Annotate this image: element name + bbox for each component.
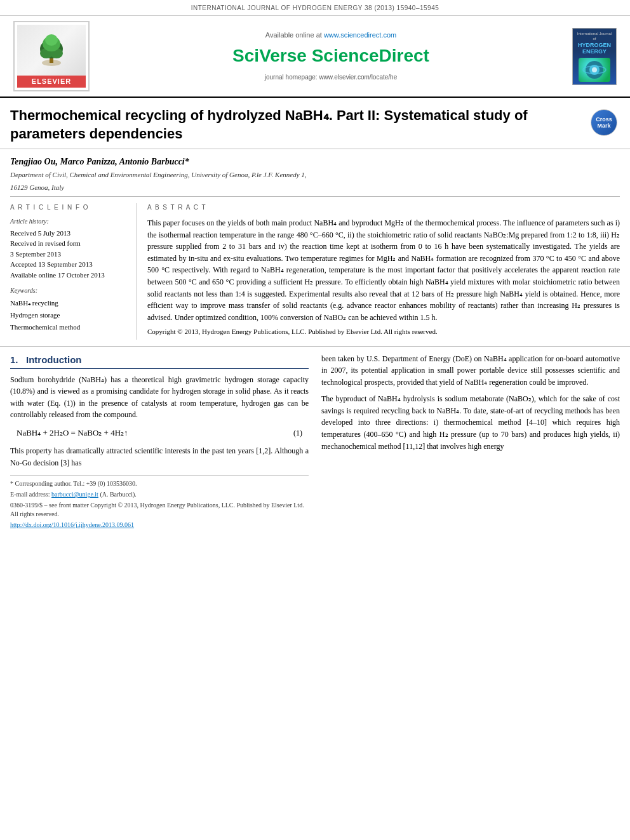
email-footnote: E-mail address: barbucci@unige.it (A. Ba…	[10, 490, 309, 499]
journal-header: ELSEVIER Available online at www.science…	[0, 16, 630, 98]
intro-para1: Sodium borohydride (NaBH₄) has a theoret…	[10, 374, 309, 421]
info-abstract-section: A R T I C L E I N F O Article history: R…	[0, 197, 630, 347]
crossmark-badge: CrossMark	[591, 109, 617, 136]
keyword-3: Thermochemical method	[10, 321, 126, 333]
affiliation-line1: Department of Civil, Chemical and Enviro…	[10, 170, 620, 180]
sciverse-sciencedirect-logo: SciVerse ScienceDirect	[232, 43, 429, 68]
article-history-group: Article history: Received 5 July 2013 Re…	[10, 217, 126, 281]
keyword-1: NaBH₄ recycling	[10, 297, 126, 309]
footnotes: * Corresponding author. Tel.: +39 (0) 10…	[10, 475, 309, 530]
available-online-text: Available online at www.sciencedirect.co…	[265, 30, 396, 40]
accepted-date: Accepted 13 September 2013	[10, 259, 126, 270]
sciencedirect-header: Available online at www.sciencedirect.co…	[99, 21, 563, 91]
email-link[interactable]: barbucci@unige.it	[51, 491, 98, 498]
svg-point-9	[592, 67, 597, 72]
section-number: 1.	[10, 354, 18, 365]
journal-cover-subtitle: HYDROGEN ENERGY	[575, 43, 613, 55]
svg-point-6	[45, 34, 58, 46]
sciencedirect-url[interactable]: www.sciencedirect.com	[324, 31, 396, 39]
revised-label: Received in revised form	[10, 238, 126, 249]
journal-cover-area: International Journal of HYDROGEN ENERGY	[569, 21, 620, 91]
journal-homepage: journal homepage: www.elsevier.com/locat…	[265, 73, 397, 82]
journal-cover-title: International Journal of	[575, 31, 613, 42]
doi-footnote: http://dx.doi.org/10.1016/j.ijhydene.201…	[10, 521, 309, 530]
abstract-body: This paper focuses on the yields of both…	[147, 217, 620, 323]
intro-section-title: 1. Introduction	[10, 353, 309, 369]
keyword-2: Hydrogen storage	[10, 309, 126, 321]
right-para1: been taken by U.S. Department of Energy …	[321, 353, 620, 389]
keywords-label: Keywords:	[10, 286, 126, 295]
elsevier-logo-box: ELSEVIER	[13, 21, 90, 91]
received-date: Received 5 July 2013	[10, 228, 126, 239]
article-info-heading: A R T I C L E I N F O	[10, 203, 126, 212]
journal-cover-graphic	[579, 58, 610, 81]
equation-number: (1)	[293, 428, 302, 439]
corresponding-author: * Corresponding author. Tel.: +39 (0) 10…	[10, 479, 309, 488]
crossmark-area: CrossMark	[588, 107, 620, 136]
intro-para2: This property has dramatically attracted…	[10, 445, 309, 469]
equation-block: NaBH₄ + 2H₂O = NaBO₂ + 4H₂↑ (1)	[10, 427, 309, 439]
journal-banner: INTERNATIONAL JOURNAL OF HYDROGEN ENERGY…	[0, 0, 630, 16]
issn-footnote: 0360-3199/$ – see front matter Copyright…	[10, 501, 309, 519]
elsevier-wordmark: ELSEVIER	[17, 76, 86, 88]
affiliation-line2: 16129 Genoa, Italy	[10, 183, 620, 192]
doi-link[interactable]: http://dx.doi.org/10.1016/j.ijhydene.201…	[10, 521, 134, 528]
sciencedirect-text: ScienceDirect	[312, 46, 429, 65]
cover-graphic-icon	[582, 58, 607, 81]
elsevier-tree-icon	[32, 31, 70, 69]
article-info-column: A R T I C L E I N F O Article history: R…	[10, 203, 137, 340]
crossmark-label: CrossMark	[596, 116, 612, 130]
banner-text: INTERNATIONAL JOURNAL OF HYDROGEN ENERGY…	[191, 4, 439, 11]
equation-formula: NaBH₄ + 2H₂O = NaBO₂ + 4H₂↑	[17, 427, 128, 439]
article-title-section: Thermochemical recycling of hydrolyzed N…	[0, 98, 630, 149]
journal-homepage-url[interactable]: www.elsevier.com/locate/he	[319, 74, 397, 81]
abstract-heading: A B S T R A C T	[147, 203, 620, 212]
keywords-group: Keywords: NaBH₄ recycling Hydrogen stora…	[10, 286, 126, 333]
section-title-text: Introduction	[26, 354, 81, 365]
main-content: 1. Introduction Sodium borohydride (NaBH…	[0, 347, 630, 538]
elsevier-logo-area: ELSEVIER	[10, 21, 93, 91]
article-title-area: Thermochemical recycling of hydrolyzed N…	[10, 107, 582, 143]
journal-cover-image: International Journal of HYDROGEN ENERGY	[572, 28, 617, 85]
revised-date: 3 September 2013	[10, 249, 126, 260]
article-title: Thermochemical recycling of hydrolyzed N…	[10, 107, 582, 143]
intro-right-col: been taken by U.S. Department of Energy …	[321, 353, 620, 532]
sciverse-text: SciVerse	[232, 46, 312, 65]
abstract-copyright: Copyright © 2013, Hydrogen Energy Public…	[147, 327, 620, 337]
available-date: Available online 17 October 2013	[10, 270, 126, 281]
right-para2: The byproduct of NaBH₄ hydrolysis is sod…	[321, 393, 620, 452]
abstract-column: A B S T R A C T This paper focuses on th…	[137, 203, 620, 340]
email-suffix: (A. Barbucci).	[100, 491, 136, 498]
history-label: Article history:	[10, 217, 126, 226]
authors-section: Tengjiao Ou, Marco Panizza, Antonio Barb…	[0, 149, 630, 196]
email-label: E-mail address:	[10, 491, 50, 498]
authors-list: Tengjiao Ou, Marco Panizza, Antonio Barb…	[10, 156, 620, 168]
intro-left-col: 1. Introduction Sodium borohydride (NaBH…	[10, 353, 309, 532]
elsevier-logo-image	[17, 25, 86, 76]
